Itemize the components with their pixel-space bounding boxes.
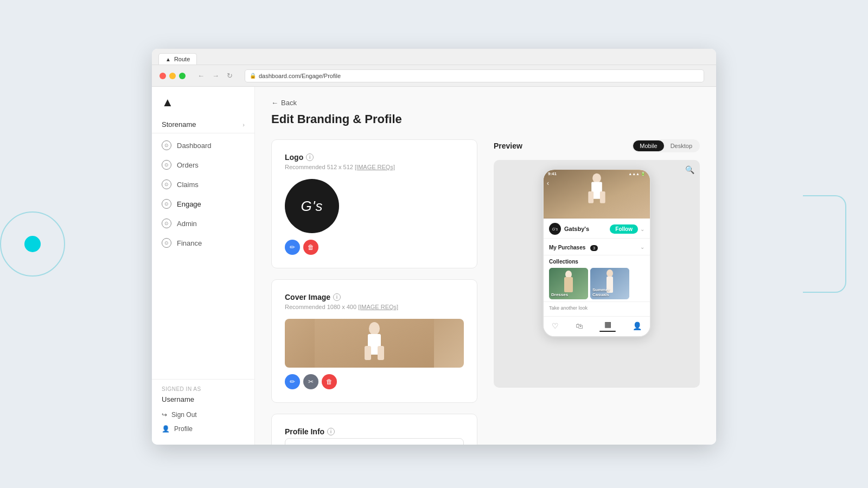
my-purchases-text: My Purchases [549, 245, 585, 251]
claims-icon: ⊙ [162, 179, 171, 189]
orders-nav-icon: ▦ [604, 320, 611, 329]
cover-section-label: Cover Image i [285, 293, 464, 301]
phone-avatar-initials: G's [552, 227, 558, 231]
zoom-icon[interactable]: 🔍 [685, 165, 694, 174]
minimize-button[interactable] [169, 73, 176, 79]
mobile-toggle-btn[interactable]: Mobile [633, 140, 663, 151]
storename-row[interactable]: Storename › [152, 116, 254, 133]
desktop-toggle-btn[interactable]: Desktop [664, 140, 699, 151]
sidebar-item-claims[interactable]: ⊙ Claims [152, 175, 254, 194]
cover-crop-button[interactable]: ✂ [303, 374, 318, 389]
sidebar-item-label: Orders [177, 161, 199, 169]
orders-icon: ⊙ [162, 160, 171, 170]
sidebar-item-label: Dashboard [177, 142, 212, 150]
phone-back-arrow[interactable]: ‹ [547, 179, 549, 187]
purchases-chevron-icon: ⌄ [640, 244, 644, 250]
cover-image-preview [285, 319, 464, 368]
store-name-input[interactable] [285, 438, 464, 445]
svg-rect-9 [600, 191, 605, 203]
phone-top-area: 9:41 ▲▲▲ 🔋 ‹ [544, 170, 650, 219]
phone-time: 9:41 [548, 171, 557, 176]
logo-delete-button[interactable]: 🗑 [303, 240, 318, 255]
refresh-btn[interactable]: ↻ [225, 70, 235, 81]
cover-info-icon[interactable]: i [333, 293, 341, 301]
phone-purchases-row[interactable]: My Purchases 3 ⌄ [544, 238, 650, 255]
edit-column: Logo i Recommended 512 x 512 [IMAGE REQs… [271, 139, 477, 445]
back-link[interactable]: ← Back [271, 99, 297, 107]
engage-icon: ⊙ [162, 199, 171, 209]
nav-item-orders[interactable]: ▦ [599, 320, 616, 332]
admin-icon: ⊙ [162, 219, 171, 228]
forward-nav-btn[interactable]: → [210, 70, 221, 81]
logo-section: Logo i Recommended 512 x 512 [IMAGE REQs… [271, 139, 477, 268]
browser-tab[interactable]: ▲ Route [158, 53, 197, 65]
chevron-right-icon: › [242, 121, 245, 128]
logo-edit-button[interactable]: ✏ [285, 240, 300, 255]
logo-initials: G's [301, 198, 323, 215]
content-columns: Logo i Recommended 512 x 512 [IMAGE REQs… [271, 139, 700, 445]
profile-info-section: Profile Info i [271, 414, 477, 445]
profile-icon: 👤 [162, 425, 170, 433]
svg-point-1 [369, 322, 380, 335]
phone-dropdown-icon[interactable]: ⌄ [640, 226, 644, 232]
logo-req-link[interactable]: [IMAGE REQs] [355, 164, 395, 170]
dashboard-icon: ⊙ [162, 140, 171, 150]
decorative-bracket [803, 195, 846, 293]
phone-store-name: Gatsby's [564, 226, 589, 232]
svg-rect-3 [365, 346, 371, 360]
cover-req-link[interactable]: [IMAGE REQs] [358, 304, 398, 310]
sidebar-item-dashboard[interactable]: ⊙ Dashboard [152, 136, 254, 155]
tab-favicon: ▲ [165, 56, 171, 62]
purchases-badge: 3 [590, 245, 598, 251]
sidebar-item-label: Claims [177, 181, 199, 189]
close-button[interactable] [159, 73, 166, 79]
decorative-circle-inner [24, 236, 41, 252]
phone-frame: 9:41 ▲▲▲ 🔋 ‹ [542, 169, 651, 337]
collection-item-dresses[interactable]: Dresses [549, 268, 588, 299]
purchases-left: My Purchases 3 [549, 242, 598, 252]
phone-collections: Collections [544, 255, 650, 301]
preview-toggle: Mobile Desktop [632, 139, 700, 152]
collections-title: Collections [549, 259, 644, 265]
signed-in-label: SIGNED IN AS [152, 386, 254, 394]
cover-delete-button[interactable]: 🗑 [322, 374, 337, 389]
profile-label: Profile [174, 425, 193, 433]
nav-item-profile[interactable]: 👤 [633, 322, 642, 330]
page-title: Edit Branding & Profile [271, 112, 700, 126]
sidebar-item-admin[interactable]: ⊙ Admin [152, 214, 254, 233]
cover-actions: ✏ ✂ 🗑 [285, 374, 464, 389]
logo-info-icon[interactable]: i [306, 153, 314, 161]
logo-section-label: Logo i [285, 153, 464, 162]
cover-rec-text: Recommended 1080 x 400 [IMAGE REQs] [285, 304, 464, 310]
summer-label: Summer Casuals [592, 287, 610, 297]
address-bar[interactable]: 🔒 dashboard.com/Engage/Profile [245, 69, 704, 82]
sidebar-bottom: SIGNED IN AS Username ↪ Sign Out 👤 Profi… [152, 379, 254, 436]
sidebar-item-engage[interactable]: ⊙ Engage [152, 194, 254, 214]
sidebar-item-orders[interactable]: ⊙ Orders [152, 155, 254, 175]
take-another-section: Take another look [544, 301, 650, 316]
collection-item-summer[interactable]: Summer Casuals [590, 268, 629, 299]
sign-out-action[interactable]: ↪ Sign Out [152, 408, 254, 422]
back-nav-btn[interactable]: ← [195, 70, 207, 81]
browser-titlebar: ← → ↻ 🔒 dashboard.com/Engage/Profile [152, 65, 716, 87]
nav-item-home[interactable]: ♡ [552, 322, 559, 330]
home-nav-icon: ♡ [552, 322, 559, 330]
sidebar-item-finance[interactable]: ⊙ Finance [152, 233, 254, 253]
sign-out-label: Sign Out [171, 411, 197, 419]
svg-point-11 [565, 271, 572, 278]
main-content: ← Back Edit Branding & Profile Logo i Re… [255, 87, 716, 445]
sidebar: ▲ Storename › ⊙ Dashboard ⊙ Orders ⊙ Cla… [152, 87, 255, 445]
url-text: dashboard.com/Engage/Profile [259, 73, 341, 79]
back-link-label: Back [281, 99, 297, 107]
nav-item-bag[interactable]: 🛍 [576, 322, 583, 330]
profile-info-icon[interactable]: i [327, 428, 335, 435]
maximize-button[interactable] [179, 73, 186, 79]
phone-follow-button[interactable]: Follow [610, 224, 638, 234]
preview-column: Preview Mobile Desktop 🔍 [494, 139, 700, 445]
svg-rect-8 [588, 191, 593, 203]
cover-edit-button[interactable]: ✏ [285, 374, 300, 389]
preview-label: Preview [494, 142, 522, 150]
preview-header: Preview Mobile Desktop [494, 139, 700, 152]
phone-avatar-name: G's Gatsby's [549, 223, 589, 235]
profile-action[interactable]: 👤 Profile [152, 422, 254, 436]
